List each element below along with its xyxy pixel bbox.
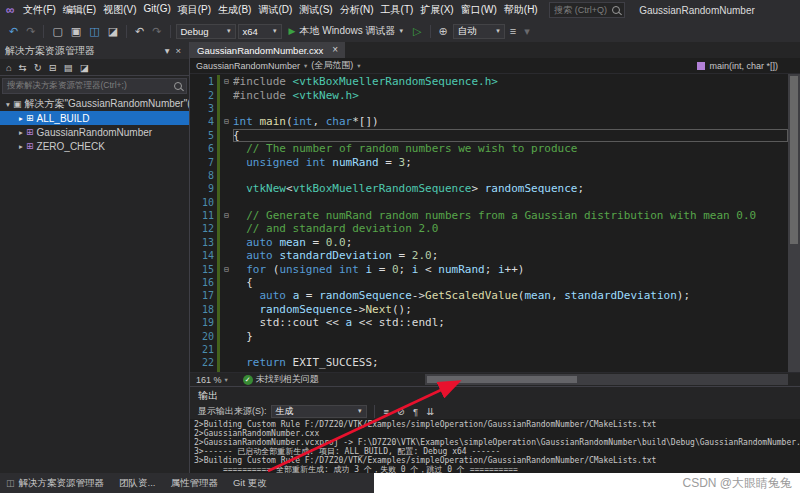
- line-number[interactable]: 16: [190, 277, 214, 288]
- autoscroll-icon[interactable]: ⇊: [424, 406, 436, 417]
- line-number[interactable]: 19: [190, 317, 214, 328]
- code-line[interactable]: 2#include <vtkNew.h>: [190, 88, 788, 101]
- navigate-forward-icon[interactable]: ↷: [23, 25, 38, 38]
- code-line[interactable]: 15⊟ for (unsigned int i = 0; i < numRand…: [190, 262, 788, 275]
- toolbar-overflow-icon[interactable]: ▾: [521, 25, 533, 38]
- line-number[interactable]: 22: [190, 357, 214, 368]
- line-number[interactable]: 9: [190, 183, 214, 194]
- code-line[interactable]: 3: [190, 102, 788, 115]
- health-check-icon[interactable]: ✓: [243, 375, 253, 385]
- code-area[interactable]: 1⊟#include <vtkBoxMuellerRandomSequence.…: [190, 75, 788, 372]
- code-line[interactable]: 6 // The number of random numbers we wis…: [190, 142, 788, 155]
- line-number[interactable]: 21: [190, 344, 214, 355]
- line-number[interactable]: 14: [190, 250, 214, 261]
- undo-icon[interactable]: ↶: [132, 25, 147, 38]
- code-line[interactable]: 4⊟int main(int, char*[]): [190, 115, 788, 128]
- save-all-icon[interactable]: ◪: [105, 25, 121, 38]
- code-line[interactable]: 12 // and standard deviation 2.0: [190, 222, 788, 235]
- tree-item[interactable]: ▸⊞ZERO_CHECK: [0, 139, 189, 153]
- switch-views-icon[interactable]: ⇆: [16, 62, 30, 73]
- quick-search-box[interactable]: 搜索 (Ctrl+Q): [549, 2, 625, 18]
- line-number[interactable]: 8: [190, 170, 214, 181]
- code-editor[interactable]: 1⊟#include <vtkBoxMuellerRandomSequence.…: [190, 74, 800, 372]
- code-line[interactable]: 8: [190, 169, 788, 182]
- line-number[interactable]: 2: [190, 90, 214, 101]
- fold-collapse-icon[interactable]: ⊟: [220, 77, 233, 86]
- code-line[interactable]: 19 std::cout << a << std::endl;: [190, 316, 788, 329]
- menu-item[interactable]: 视图(V): [100, 3, 140, 17]
- tool-window-tab[interactable]: 属性管理器: [170, 477, 218, 490]
- properties-icon[interactable]: ◪: [77, 62, 92, 73]
- debug-target-select[interactable]: 自动 ▾: [453, 24, 505, 39]
- tool-window-tab[interactable]: Git 更改: [233, 477, 267, 490]
- menu-item[interactable]: 分析(N): [336, 3, 377, 17]
- zoom-level[interactable]: 161 %: [196, 375, 222, 385]
- document-tab[interactable]: GaussianRandomNumber.cxx ×: [190, 42, 345, 58]
- code-line[interactable]: 18 randomSequence->Next();: [190, 303, 788, 316]
- line-number[interactable]: 10: [190, 197, 214, 208]
- vertical-scrollbar-thumb[interactable]: [790, 76, 798, 244]
- home-icon[interactable]: ⌂: [3, 62, 15, 73]
- solution-platform-select[interactable]: x64 ▾: [238, 24, 282, 39]
- horizontal-scrollbar-thumb[interactable]: [427, 376, 577, 383]
- clear-all-icon[interactable]: ⊘: [395, 406, 407, 417]
- menu-item[interactable]: 文件(F): [20, 3, 60, 17]
- close-icon[interactable]: ×: [172, 45, 184, 56]
- window-position-icon[interactable]: ▾: [162, 45, 173, 56]
- chevron-down-icon[interactable]: ▾: [3, 100, 13, 109]
- line-number[interactable]: 3: [190, 103, 214, 114]
- code-line[interactable]: 11⊟ // Generate numRand random numbers f…: [190, 209, 788, 222]
- menu-item[interactable]: 生成(B): [215, 3, 255, 17]
- menu-item[interactable]: Git(G): [140, 3, 174, 17]
- collapse-all-icon[interactable]: ⊟: [46, 62, 60, 73]
- fold-collapse-icon[interactable]: ⊟: [220, 117, 233, 126]
- line-number[interactable]: 12: [190, 223, 214, 234]
- breadcrumb-member-group[interactable]: main(int, char *[]): [697, 61, 794, 71]
- code-line[interactable]: 14 auto standardDeviation = 2.0;: [190, 249, 788, 262]
- code-line[interactable]: 13 auto mean = 0.0;: [190, 236, 788, 249]
- breadcrumb-scope[interactable]: (全局范围): [311, 59, 353, 72]
- code-line[interactable]: 22 return EXIT_SUCCESS;: [190, 356, 788, 369]
- start-debug-button[interactable]: ▶ 本地 Windows 调试器 ▾: [284, 22, 409, 40]
- line-number[interactable]: 7: [190, 157, 214, 168]
- code-line[interactable]: 17 auto a = randomSequence->GetScaledVal…: [190, 289, 788, 302]
- vertical-scrollbar[interactable]: [788, 74, 800, 372]
- tool-window-tab[interactable]: 团队资...: [119, 477, 155, 490]
- code-line[interactable]: 20 }: [190, 329, 788, 342]
- line-number[interactable]: 4: [190, 116, 214, 127]
- menu-item[interactable]: 窗口(W): [457, 3, 500, 17]
- line-number[interactable]: 5: [190, 130, 214, 141]
- tree-item[interactable]: ▸⊞GaussianRandomNumber: [0, 125, 189, 139]
- start-without-debug-icon[interactable]: ▷: [410, 25, 424, 38]
- code-line[interactable]: 1⊟#include <vtkBoxMuellerRandomSequence.…: [190, 75, 788, 88]
- solution-configuration-select[interactable]: Debug ▾: [176, 24, 236, 39]
- word-wrap-icon[interactable]: ¶: [411, 406, 420, 417]
- line-number[interactable]: 13: [190, 237, 214, 248]
- menu-item[interactable]: 调试(D): [255, 3, 296, 17]
- menu-item[interactable]: 项目(P): [174, 3, 214, 17]
- refresh-icon[interactable]: ↻: [31, 62, 45, 73]
- breadcrumb-project[interactable]: GaussianRandomNumber: [196, 61, 300, 71]
- code-line[interactable]: 21: [190, 343, 788, 356]
- fold-collapse-icon[interactable]: ⊟: [220, 265, 233, 274]
- tree-item[interactable]: ▸⊞ALL_BUILD: [0, 111, 189, 125]
- menu-item[interactable]: 扩展(X): [417, 3, 457, 17]
- save-icon[interactable]: ◫: [86, 25, 102, 38]
- attach-to-process-icon[interactable]: ⊕: [436, 25, 451, 38]
- horizontal-scrollbar[interactable]: [425, 374, 788, 385]
- menu-item[interactable]: 编辑(E): [59, 3, 99, 17]
- redo-icon[interactable]: ↷: [149, 25, 164, 38]
- solution-search-box[interactable]: 搜索解决方案资源管理器(Ctrl+;): [2, 78, 187, 94]
- chevron-right-icon[interactable]: ▸: [16, 128, 26, 137]
- output-panel-title[interactable]: 输出: [190, 387, 800, 403]
- messages-icon[interactable]: ≡: [382, 406, 392, 417]
- tool-window-tab[interactable]: ◫解决方案资源管理器: [6, 477, 104, 490]
- menu-item[interactable]: 帮助(H): [500, 3, 541, 17]
- line-number[interactable]: 17: [190, 290, 214, 301]
- output-source-select[interactable]: 生成 ▾: [271, 405, 367, 418]
- line-number[interactable]: 1: [190, 76, 214, 87]
- open-file-icon[interactable]: ▣: [68, 25, 84, 38]
- code-line[interactable]: 7 unsigned int numRand = 3;: [190, 155, 788, 168]
- navigate-back-icon[interactable]: ↶: [6, 25, 21, 38]
- chevron-right-icon[interactable]: ▸: [16, 114, 26, 123]
